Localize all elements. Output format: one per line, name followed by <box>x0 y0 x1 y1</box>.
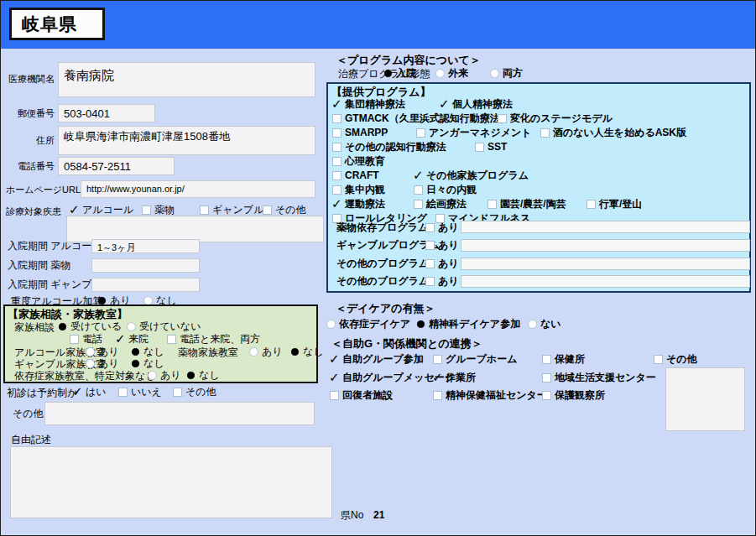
target-disease-label: 診療対象疾患 <box>6 206 61 217</box>
checkbox[interactable] <box>332 100 342 109</box>
radio[interactable] <box>417 320 425 327</box>
radio[interactable] <box>148 371 157 380</box>
checkbox[interactable] <box>542 391 551 400</box>
form-page: { "prefecture": "岐阜県", "facility": { "na… <box>0 0 756 536</box>
radio[interactable] <box>435 69 445 78</box>
checkbox[interactable] <box>332 114 342 123</box>
option-label: アンガーマネジメント <box>429 127 532 138</box>
other-program-1-field[interactable] <box>461 258 750 270</box>
drug-dependence-program-field[interactable] <box>461 221 750 233</box>
option-label: CRAFT <box>345 170 379 180</box>
radio[interactable] <box>127 322 136 331</box>
radio[interactable] <box>86 347 95 356</box>
checkbox[interactable] <box>433 373 442 382</box>
checkbox[interactable] <box>332 128 342 138</box>
checkbox[interactable] <box>433 355 442 364</box>
homepage-url-field[interactable]: http://www.younan.or.jp/ <box>81 180 315 198</box>
gambling-program-field[interactable] <box>461 239 750 252</box>
drug-family-class-label: 薬物家族教室 <box>178 347 238 359</box>
checkbox[interactable] <box>540 128 550 138</box>
radio[interactable] <box>249 347 258 356</box>
checkbox[interactable] <box>330 391 339 400</box>
option-label: なし <box>143 346 164 356</box>
checkbox[interactable] <box>587 200 596 209</box>
checkbox[interactable] <box>142 206 151 215</box>
checkbox[interactable] <box>330 373 339 382</box>
checkbox[interactable] <box>425 223 435 232</box>
radio[interactable] <box>132 347 139 355</box>
other-program-1-ari: あり <box>425 258 459 269</box>
radio[interactable] <box>187 371 195 378</box>
phone-number-field[interactable]: 0584-57-2511 <box>58 157 175 175</box>
checkbox[interactable] <box>173 388 182 397</box>
checkbox[interactable] <box>414 200 423 209</box>
checkbox[interactable] <box>200 206 209 215</box>
checkbox[interactable] <box>498 114 507 123</box>
option-label: ない <box>540 319 561 329</box>
checkbox[interactable] <box>414 171 423 180</box>
checkbox[interactable] <box>332 200 342 209</box>
daycare-heading: ＜デイケアの有無＞ <box>336 301 435 316</box>
checkbox[interactable] <box>167 335 176 344</box>
radio[interactable] <box>384 69 392 76</box>
checkbox[interactable] <box>414 185 423 195</box>
other-field[interactable] <box>44 402 315 425</box>
checkbox[interactable] <box>332 143 342 152</box>
homepage-url-label: ホームページURL <box>6 185 81 195</box>
checkbox[interactable] <box>475 143 484 152</box>
option-label: 受けている <box>70 321 122 331</box>
checkbox[interactable] <box>433 391 442 400</box>
checkbox[interactable] <box>330 355 339 364</box>
disease-option-other: その他 <box>263 204 306 216</box>
prefecture-title: 岐阜県 <box>22 13 77 36</box>
checkbox[interactable] <box>332 157 342 166</box>
checkbox[interactable] <box>263 206 272 215</box>
radio[interactable] <box>291 347 299 355</box>
admission-period-drug-field[interactable] <box>91 258 200 273</box>
checkbox[interactable] <box>542 373 551 382</box>
radio[interactable] <box>490 69 499 78</box>
program-item-art-therapy: 絵画療法 <box>414 198 467 210</box>
checkbox[interactable] <box>118 388 128 397</box>
cooperation-note-area[interactable] <box>665 367 745 431</box>
gambling-program-label: ギャンブルプログラム <box>336 240 440 252</box>
checkbox[interactable] <box>116 335 125 344</box>
checkbox[interactable] <box>425 241 435 250</box>
checkbox[interactable] <box>654 355 663 364</box>
option-label: 日々の内観 <box>426 185 477 195</box>
admission-period-alcohol-field[interactable]: 1～3ヶ月 <box>91 239 200 253</box>
admission-period-gambling-field[interactable] <box>91 278 200 292</box>
address-field[interactable]: 岐阜県海津市南濃町津屋1508番地 <box>58 126 315 155</box>
checkbox[interactable] <box>70 335 79 344</box>
option-label: 個人精神療法 <box>452 99 513 109</box>
checkbox[interactable] <box>425 277 435 286</box>
radio[interactable] <box>98 296 106 304</box>
checkbox[interactable] <box>487 200 497 209</box>
checkbox[interactable] <box>416 128 425 138</box>
alcohol-family-class-ari: あり <box>86 346 119 357</box>
radio[interactable] <box>59 322 66 330</box>
checkbox[interactable] <box>70 206 79 215</box>
checkbox[interactable] <box>332 171 342 180</box>
option-label: 薬物 <box>154 205 175 215</box>
option-label: 集中内観 <box>345 185 385 195</box>
option-label: あり <box>98 358 119 368</box>
radio[interactable] <box>326 320 336 329</box>
program-item-sst: SST <box>475 141 507 153</box>
checkbox[interactable] <box>440 100 449 109</box>
other-program-2-field[interactable] <box>461 275 750 288</box>
facility-name-field[interactable]: 養南病院 <box>58 62 315 97</box>
radio[interactable] <box>528 320 537 329</box>
option-label: 両方 <box>503 68 523 78</box>
radio[interactable] <box>86 359 95 368</box>
free-text-area[interactable] <box>10 446 332 518</box>
radio[interactable] <box>132 359 139 367</box>
checkbox[interactable] <box>73 388 82 397</box>
radio[interactable] <box>143 296 153 305</box>
checkbox[interactable] <box>542 355 551 364</box>
option-label: 入院 <box>396 68 416 78</box>
option-label: はい <box>86 387 107 397</box>
checkbox[interactable] <box>332 185 342 195</box>
postal-code-field[interactable]: 503-0401 <box>58 104 155 122</box>
checkbox[interactable] <box>425 259 435 268</box>
